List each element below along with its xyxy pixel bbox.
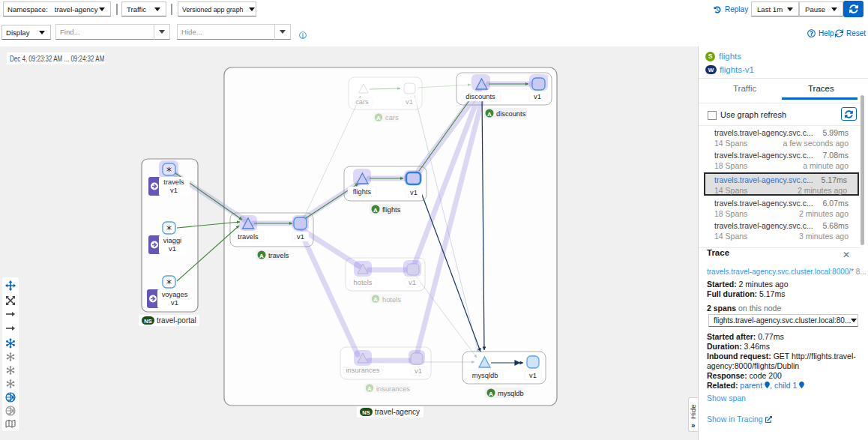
svg-text:flights: flights	[353, 188, 372, 196]
svg-text:travel-portal: travel-portal	[157, 316, 196, 325]
svg-text:v1: v1	[169, 245, 176, 253]
svg-text:mysqldb: mysqldb	[472, 372, 498, 379]
svg-text:v1: v1	[297, 233, 304, 241]
svg-text:v1: v1	[534, 93, 541, 100]
svg-text:A: A	[259, 253, 264, 259]
svg-text:v1: v1	[415, 367, 422, 375]
svg-text:voyages: voyages	[162, 291, 188, 298]
svg-text:v1: v1	[409, 279, 416, 286]
svg-text:flights: flights	[382, 206, 401, 214]
svg-text:NS: NS	[362, 409, 370, 416]
svg-text:v1: v1	[171, 299, 178, 307]
svg-text:mysqldb: mysqldb	[498, 390, 524, 397]
svg-text:A: A	[376, 115, 381, 121]
svg-text:travels: travels	[238, 233, 259, 241]
svg-text:A: A	[373, 207, 378, 214]
svg-text:hotels: hotels	[382, 296, 401, 304]
svg-text:travels: travels	[268, 252, 289, 259]
svg-text:v1: v1	[529, 372, 537, 379]
svg-text:insurances: insurances	[376, 385, 410, 393]
svg-text:A: A	[373, 296, 378, 303]
svg-text:insurances: insurances	[346, 367, 380, 374]
svg-text:NS: NS	[144, 318, 151, 325]
svg-text:viaggi: viaggi	[163, 237, 181, 244]
svg-text:A: A	[489, 391, 493, 397]
svg-text:v1: v1	[410, 189, 418, 196]
svg-text:discounts: discounts	[496, 110, 526, 118]
svg-text:discounts: discounts	[465, 93, 495, 100]
svg-text:travel-agency: travel-agency	[375, 408, 420, 416]
svg-text:v1: v1	[170, 187, 178, 194]
svg-text:A: A	[487, 111, 492, 118]
svg-text:cars: cars	[355, 98, 369, 106]
svg-text:travels: travels	[163, 178, 184, 186]
svg-text:cars: cars	[385, 114, 399, 121]
svg-text:v1: v1	[406, 98, 413, 106]
svg-text:hotels: hotels	[354, 279, 373, 286]
svg-text:A: A	[367, 385, 372, 392]
